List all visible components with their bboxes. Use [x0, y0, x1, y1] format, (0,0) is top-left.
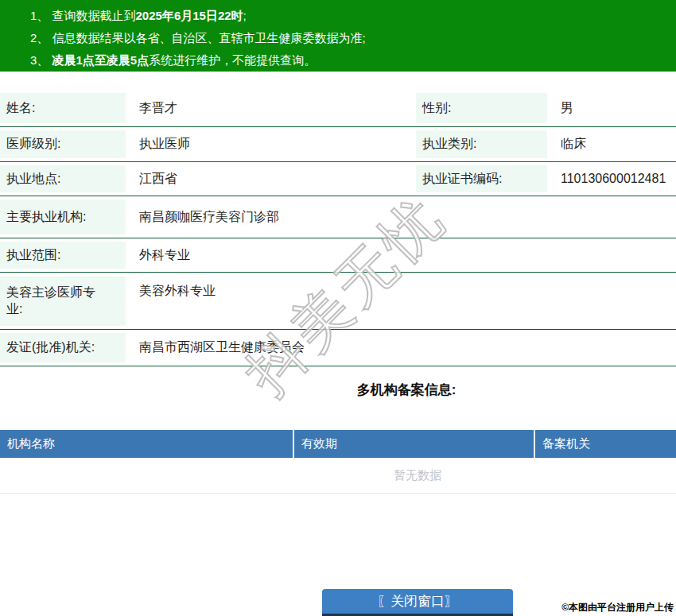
main-institution-value: 南昌颜咖医疗美容门诊部 [126, 196, 676, 238]
practice-category-label: 执业类别: [416, 136, 504, 153]
notice-3-bold: 凌晨1点至凌晨5点 [52, 53, 150, 67]
gender-value: 男 [547, 90, 676, 126]
certificate-number-label-cell: 执业证书编码: [416, 162, 547, 196]
issuing-authority-label-cell: 发证(批准)机关: [0, 330, 126, 366]
table-row: 主要执业机构: 南昌颜咖医疗美容门诊部 [0, 196, 676, 238]
cosmetic-specialty-value: 美容外科专业 [126, 273, 676, 329]
table-row: 发证(批准)机关: 南昌市西湖区卫生健康委员会 [0, 330, 676, 366]
table-row: 姓名: 李晋才 性别: 男 [0, 90, 676, 127]
filing-table-header: 机构名称 有效期 备案机关 [0, 430, 676, 458]
name-label: 姓名: [0, 100, 63, 117]
practice-location-value: 江西省 [126, 162, 416, 196]
table-row: 美容主诊医师专业: 美容外科专业 [0, 273, 676, 330]
table-row: 执业范围: 外科专业 [0, 238, 676, 273]
physician-level-label-cell: 医师级别: [0, 127, 126, 161]
certificate-number-value: 110130600012481 [547, 162, 676, 196]
filing-header-validity: 有效期 [294, 430, 535, 458]
gender-label-cell: 性别: [416, 90, 547, 126]
main-institution-label-cell: 主要执业机构: [0, 196, 126, 238]
practitioner-info-table: 姓名: 李晋才 性别: 男 医师级别: 执业医师 执业类别: 临床 执业地点: … [0, 90, 676, 366]
notice-1-suffix: ; [243, 9, 247, 22]
query-result-page: 1、 查询数据截止到2025年6月15日22时; 2、 信息数据结果以各省、自治… [0, 0, 676, 616]
physician-level-label: 医师级别: [0, 136, 88, 153]
notice-3-suffix: 系统进行维护，不能提供查询。 [149, 53, 316, 67]
filing-section-title: 多机构备案信息: [137, 381, 676, 399]
notice-1-bold: 2025年6月15日22时 [136, 9, 243, 22]
issuing-authority-value: 南昌市西湖区卫生健康委员会 [126, 330, 676, 366]
notice-line-1: 1、 查询数据截止到2025年6月15日22时; [30, 5, 676, 27]
certificate-number-label: 执业证书编码: [416, 171, 530, 188]
filing-table: 机构名称 有效期 备案机关 暂无数据 [0, 430, 676, 494]
notice-3-text: 3、 [30, 53, 52, 67]
practice-location-label-cell: 执业地点: [0, 162, 126, 196]
cosmetic-specialty-label-cell: 美容主诊医师专业: [0, 273, 126, 329]
upload-credit-text: ©本图由平台注册用户上传 [561, 601, 674, 614]
practice-scope-value: 外科专业 [126, 238, 676, 272]
notice-banner: 1、 查询数据截止到2025年6月15日22时; 2、 信息数据结果以各省、自治… [0, 0, 676, 72]
notice-2-text: 2、 信息数据结果以各省、自治区、直辖市卫生健康委数据为准; [30, 31, 366, 45]
filing-empty-text: 暂无数据 [0, 458, 676, 494]
practice-scope-label-cell: 执业范围: [0, 238, 126, 272]
filing-header-institution: 机构名称 [0, 430, 294, 458]
notice-line-3: 3、 凌晨1点至凌晨5点系统进行维护，不能提供查询。 [30, 49, 676, 72]
cosmetic-specialty-label: 美容主诊医师专业: [0, 285, 126, 318]
close-window-button[interactable]: 〖关闭窗口〗 [322, 589, 513, 616]
notice-line-2: 2、 信息数据结果以各省、自治区、直辖市卫生健康委数据为准; [30, 27, 676, 49]
practice-category-value: 临床 [547, 127, 676, 161]
physician-level-value: 执业医师 [126, 127, 416, 161]
gender-label: 性别: [416, 100, 479, 117]
table-row: 执业地点: 江西省 执业证书编码: 110130600012481 [0, 162, 676, 196]
practice-category-label-cell: 执业类别: [416, 127, 547, 161]
issuing-authority-label: 发证(批准)机关: [0, 339, 122, 356]
practice-location-label: 执业地点: [0, 171, 88, 188]
name-label-cell: 姓名: [0, 90, 126, 126]
name-value: 李晋才 [126, 90, 416, 126]
table-row: 医师级别: 执业医师 执业类别: 临床 [0, 127, 676, 162]
notice-1-text: 1、 查询数据截止到 [30, 9, 136, 22]
practice-scope-label: 执业范围: [0, 247, 88, 264]
filing-header-authority: 备案机关 [535, 430, 676, 458]
main-institution-label: 主要执业机构: [0, 209, 114, 226]
